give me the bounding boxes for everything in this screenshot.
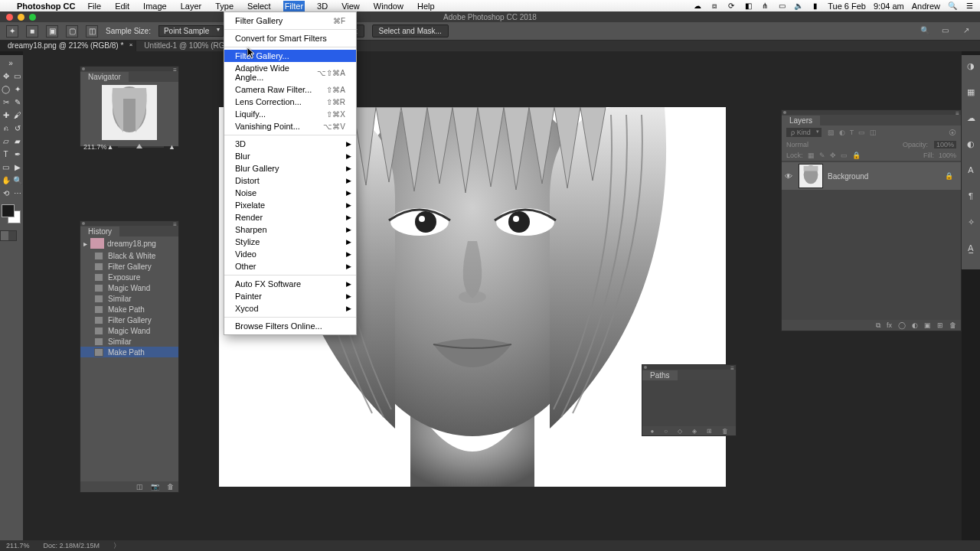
paths-list[interactable]	[642, 380, 736, 426]
lock-icon[interactable]: 🔒	[852, 152, 861, 159]
navigator-zoom[interactable]: 211.7%	[83, 143, 107, 151]
sample-size-select[interactable]: Point Sample	[158, 25, 224, 37]
layers-tab[interactable]: Layers	[782, 116, 820, 126]
menu-submenu[interactable]: Auto FX Software▶	[224, 278, 356, 290]
paths-tab[interactable]: Paths	[642, 370, 678, 380]
workspace-icon[interactable]: ▭	[942, 26, 952, 37]
menu-submenu[interactable]: Render▶	[224, 211, 356, 223]
menu-image[interactable]: Image	[142, 1, 168, 11]
lock-pixel-icon[interactable]: ✎	[819, 152, 825, 159]
sync-icon[interactable]: ⟳	[727, 2, 736, 11]
panel-close-icon[interactable]	[82, 222, 85, 225]
fx-icon[interactable]: fx	[887, 321, 892, 329]
tool-preset-icon[interactable]: ✦	[6, 25, 18, 37]
swatches-panel-icon[interactable]: ▦	[965, 86, 977, 98]
history-state[interactable]: Filter Gallery	[80, 315, 178, 325]
menu-item[interactable]: Adaptive Wide Angle...⌥⇧⌘A	[224, 62, 356, 83]
color-panel-icon[interactable]: ◑	[965, 60, 977, 72]
menu-edit[interactable]: Edit	[113, 1, 131, 11]
mask-path-icon[interactable]: ◈	[692, 428, 697, 435]
menubar-time[interactable]: 9:04 am	[874, 2, 904, 11]
move-tool[interactable]: ✥	[0, 70, 11, 82]
zoom-tool[interactable]: 🔍	[11, 174, 23, 186]
filter-type-icon[interactable]: T	[850, 129, 854, 136]
menu-submenu[interactable]: Noise▶	[224, 187, 356, 199]
dropbox-icon[interactable]: ⧈	[710, 2, 719, 11]
search-icon[interactable]: 🔍	[920, 26, 931, 37]
navigator-tab[interactable]: Navigator	[80, 72, 129, 82]
menu-submenu[interactable]: Stylize▶	[224, 236, 356, 248]
selection-path-icon[interactable]: ◇	[678, 428, 682, 435]
selection-new-icon[interactable]: ■	[26, 25, 38, 37]
menu-3d[interactable]: 3D	[315, 1, 329, 11]
menu-submenu[interactable]: Distort▶	[224, 174, 356, 187]
filter-pixel-icon[interactable]: ▧	[828, 129, 835, 136]
pen-tool[interactable]: ✒	[11, 148, 23, 160]
history-state[interactable]: Magic Wand	[80, 282, 178, 293]
paragraph-icon[interactable]: ¶	[965, 190, 977, 202]
blend-mode-select[interactable]: Normal	[786, 141, 808, 148]
doc-tab-1[interactable]: dreamy18.png @ 212% (RGB/8) *×	[0, 41, 136, 51]
filter-toggle[interactable]: ⦿	[949, 129, 956, 137]
brush-tool[interactable]: 🖌	[11, 109, 23, 121]
menu-item[interactable]: Camera Raw Filter...⇧⌘A	[224, 83, 356, 96]
selection-add-icon[interactable]: ▣	[46, 25, 58, 37]
selection-int-icon[interactable]: ◫	[86, 25, 98, 37]
menu-layer[interactable]: Layer	[179, 1, 204, 11]
zoom-out-icon[interactable]: ▲	[107, 143, 114, 151]
filter-shape-icon[interactable]: ▭	[858, 129, 865, 136]
trash-icon[interactable]: 🗑	[167, 483, 174, 491]
panel-close-icon[interactable]	[644, 366, 647, 369]
zoom-slider[interactable]	[118, 146, 164, 148]
stamp-tool[interactable]: ⎌	[0, 122, 11, 134]
layer-filter-kind[interactable]: ρ Kind	[786, 128, 822, 137]
lock-artboard-icon[interactable]: ▭	[841, 152, 848, 159]
menu-submenu[interactable]: Blur Gallery▶	[224, 162, 356, 174]
link-icon[interactable]: ⧉	[876, 321, 880, 330]
magic-wand-tool[interactable]: ✦	[11, 83, 23, 95]
search-icon[interactable]: 🔍	[948, 2, 957, 11]
history-state[interactable]: Make Path	[80, 304, 178, 315]
menu-item[interactable]: Lens Correction...⇧⌘R	[224, 96, 356, 108]
menu-submenu[interactable]: Sharpen▶	[224, 223, 356, 236]
visibility-icon[interactable]: 👁	[785, 172, 794, 181]
fill-value[interactable]: 100%	[939, 152, 956, 159]
foreground-color[interactable]	[2, 204, 15, 217]
edit-toolbar[interactable]: ⋯	[11, 187, 23, 199]
menu-submenu[interactable]: 3D▶	[224, 138, 356, 150]
layer-name[interactable]: Background	[828, 172, 868, 181]
shape-tool[interactable]: ▭	[0, 161, 11, 173]
share-icon[interactable]: ↗	[963, 26, 974, 37]
type-tool[interactable]: T	[0, 148, 11, 160]
app-icon[interactable]: ◧	[743, 2, 753, 11]
minimize-window-icon[interactable]	[18, 14, 24, 21]
filter-smart-icon[interactable]: ◫	[870, 129, 877, 136]
menu-item[interactable]: Filter Gallery...	[224, 50, 356, 62]
panel-menu-icon[interactable]: ≡	[173, 221, 177, 228]
lock-icon[interactable]: 🔒	[945, 172, 958, 180]
menu-submenu[interactable]: Pixelate▶	[224, 199, 356, 211]
panel-menu-icon[interactable]: ≡	[956, 110, 959, 117]
history-state[interactable]: Black & White	[80, 250, 178, 261]
menu-submenu[interactable]: Painter▶	[224, 290, 356, 302]
panel-menu-icon[interactable]: ≡	[173, 67, 177, 73]
artboard-tool[interactable]: ▭	[11, 70, 23, 82]
history-state[interactable]: Exposure	[80, 272, 178, 282]
quickmask-toggle[interactable]	[0, 230, 17, 241]
menu-view[interactable]: View	[340, 1, 361, 11]
rotate-tool[interactable]: ⟲	[0, 187, 11, 199]
wifi-icon[interactable]: ⋔	[760, 2, 769, 11]
history-state[interactable]: Similar	[80, 336, 178, 347]
new-snapshot-icon[interactable]: ◫	[136, 483, 143, 491]
menu-select[interactable]: Select	[246, 1, 273, 11]
status-doc-size[interactable]: Doc: 2.18M/2.15M	[44, 542, 100, 549]
menu-convert-smart[interactable]: Convert for Smart Filters	[224, 32, 356, 44]
lock-position-icon[interactable]: ✥	[830, 152, 836, 159]
eyedropper-tool[interactable]: ✎	[11, 96, 23, 108]
gradient-tool[interactable]: ▰	[11, 135, 23, 147]
fill-path-icon[interactable]: ●	[650, 428, 654, 435]
display-icon[interactable]: ▭	[777, 2, 786, 11]
notification-icon[interactable]: ☰	[965, 2, 974, 11]
history-brush-source-icon[interactable]: ▸	[83, 240, 87, 248]
history-document[interactable]: ▸ dreamy18.png	[80, 236, 178, 250]
